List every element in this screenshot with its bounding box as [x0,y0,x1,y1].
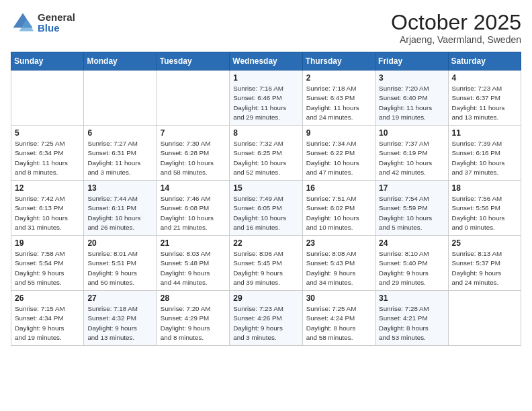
calendar-cell: 10Sunrise: 7:37 AM Sunset: 6:19 PM Dayli… [375,126,448,181]
calendar-week-row: 26Sunrise: 7:15 AM Sunset: 4:34 PM Dayli… [11,291,521,346]
day-info: Sunrise: 8:06 AM Sunset: 5:45 PM Dayligh… [233,249,298,287]
calendar-cell: 3Sunrise: 7:20 AM Sunset: 6:40 PM Daylig… [375,71,448,126]
day-info: Sunrise: 7:58 AM Sunset: 5:54 PM Dayligh… [15,249,80,287]
day-number: 22 [233,238,298,248]
calendar-cell: 25Sunrise: 8:13 AM Sunset: 5:37 PM Dayli… [448,236,521,291]
calendar-cell: 22Sunrise: 8:06 AM Sunset: 5:45 PM Dayli… [230,236,302,291]
calendar-cell: 20Sunrise: 8:01 AM Sunset: 5:51 PM Dayli… [84,236,157,291]
calendar-cell: 7Sunrise: 7:30 AM Sunset: 6:28 PM Daylig… [157,126,229,181]
calendar-week-row: 1Sunrise: 7:16 AM Sunset: 6:46 PM Daylig… [11,71,521,126]
weekday-header-friday: Friday [375,52,448,71]
day-number: 16 [306,183,371,193]
day-info: Sunrise: 8:13 AM Sunset: 5:37 PM Dayligh… [452,249,517,287]
calendar-cell: 29Sunrise: 7:23 AM Sunset: 4:26 PM Dayli… [230,291,302,346]
day-number: 14 [161,183,226,193]
calendar-cell [11,71,84,126]
day-number: 1 [233,73,298,83]
day-info: Sunrise: 8:03 AM Sunset: 5:48 PM Dayligh… [161,249,226,287]
day-number: 28 [161,293,226,303]
day-number: 17 [379,183,444,193]
calendar-cell: 5Sunrise: 7:25 AM Sunset: 6:34 PM Daylig… [11,126,84,181]
calendar-cell: 24Sunrise: 8:10 AM Sunset: 5:40 PM Dayli… [375,236,448,291]
weekday-header-monday: Monday [84,52,157,71]
calendar-cell: 31Sunrise: 7:28 AM Sunset: 4:21 PM Dayli… [375,291,448,346]
day-number: 7 [161,128,226,138]
calendar-cell: 6Sunrise: 7:27 AM Sunset: 6:31 PM Daylig… [84,126,157,181]
calendar-cell: 18Sunrise: 7:56 AM Sunset: 5:56 PM Dayli… [448,181,521,236]
logo: General Blue [11,11,75,35]
calendar-cell: 21Sunrise: 8:03 AM Sunset: 5:48 PM Dayli… [157,236,229,291]
calendar-cell: 28Sunrise: 7:20 AM Sunset: 4:29 PM Dayli… [157,291,229,346]
day-number: 21 [161,238,226,248]
calendar-cell: 13Sunrise: 7:44 AM Sunset: 6:11 PM Dayli… [84,181,157,236]
logo-text: General Blue [38,12,75,34]
day-number: 4 [452,73,517,83]
calendar-cell: 19Sunrise: 7:58 AM Sunset: 5:54 PM Dayli… [11,236,84,291]
calendar-cell: 1Sunrise: 7:16 AM Sunset: 6:46 PM Daylig… [230,71,302,126]
day-info: Sunrise: 7:39 AM Sunset: 6:16 PM Dayligh… [452,139,517,177]
day-number: 2 [306,73,371,83]
day-number: 31 [379,293,444,303]
calendar-week-row: 12Sunrise: 7:42 AM Sunset: 6:13 PM Dayli… [11,181,521,236]
day-number: 25 [452,238,517,248]
day-info: Sunrise: 7:49 AM Sunset: 6:05 PM Dayligh… [233,194,298,232]
calendar-cell: 27Sunrise: 7:18 AM Sunset: 4:32 PM Dayli… [84,291,157,346]
day-info: Sunrise: 7:32 AM Sunset: 6:25 PM Dayligh… [233,139,298,177]
day-info: Sunrise: 7:18 AM Sunset: 4:32 PM Dayligh… [87,304,152,342]
weekday-header-thursday: Thursday [302,52,375,71]
day-number: 8 [233,128,298,138]
day-info: Sunrise: 7:23 AM Sunset: 6:37 PM Dayligh… [452,84,517,122]
calendar-cell: 26Sunrise: 7:15 AM Sunset: 4:34 PM Dayli… [11,291,84,346]
day-number: 26 [15,293,80,303]
title-block: October 2025 Arjaeng, Vaermland, Sweden [391,11,521,45]
day-info: Sunrise: 8:10 AM Sunset: 5:40 PM Dayligh… [379,249,444,287]
day-info: Sunrise: 7:28 AM Sunset: 4:21 PM Dayligh… [379,304,444,342]
calendar-cell: 30Sunrise: 7:25 AM Sunset: 4:24 PM Dayli… [302,291,375,346]
calendar-cell: 23Sunrise: 8:08 AM Sunset: 5:43 PM Dayli… [302,236,375,291]
page-header: General Blue October 2025 Arjaeng, Vaerm… [11,11,521,45]
day-info: Sunrise: 7:34 AM Sunset: 6:22 PM Dayligh… [306,139,371,177]
day-number: 10 [379,128,444,138]
day-number: 12 [15,183,80,193]
day-info: Sunrise: 7:27 AM Sunset: 6:31 PM Dayligh… [87,139,152,177]
calendar-cell [448,291,521,346]
day-info: Sunrise: 8:01 AM Sunset: 5:51 PM Dayligh… [87,249,152,287]
day-info: Sunrise: 7:25 AM Sunset: 6:34 PM Dayligh… [15,139,80,177]
month-title: October 2025 [391,11,521,34]
weekday-header-row: SundayMondayTuesdayWednesdayThursdayFrid… [11,52,521,71]
calendar-cell: 16Sunrise: 7:51 AM Sunset: 6:02 PM Dayli… [302,181,375,236]
day-info: Sunrise: 7:46 AM Sunset: 6:08 PM Dayligh… [161,194,226,232]
calendar-cell: 8Sunrise: 7:32 AM Sunset: 6:25 PM Daylig… [230,126,302,181]
weekday-header-saturday: Saturday [448,52,521,71]
day-number: 20 [87,238,152,248]
day-info: Sunrise: 7:20 AM Sunset: 4:29 PM Dayligh… [161,304,226,342]
day-number: 18 [452,183,517,193]
day-number: 23 [306,238,371,248]
calendar-cell: 2Sunrise: 7:18 AM Sunset: 6:43 PM Daylig… [302,71,375,126]
day-number: 15 [233,183,298,193]
day-info: Sunrise: 7:30 AM Sunset: 6:28 PM Dayligh… [161,139,226,177]
day-info: Sunrise: 7:25 AM Sunset: 4:24 PM Dayligh… [306,304,371,342]
day-info: Sunrise: 7:20 AM Sunset: 6:40 PM Dayligh… [379,84,444,122]
calendar-cell [84,71,157,126]
day-info: Sunrise: 7:56 AM Sunset: 5:56 PM Dayligh… [452,194,517,232]
day-info: Sunrise: 7:51 AM Sunset: 6:02 PM Dayligh… [306,194,371,232]
day-number: 5 [15,128,80,138]
weekday-header-wednesday: Wednesday [230,52,302,71]
calendar-cell: 14Sunrise: 7:46 AM Sunset: 6:08 PM Dayli… [157,181,229,236]
calendar-cell: 11Sunrise: 7:39 AM Sunset: 6:16 PM Dayli… [448,126,521,181]
day-info: Sunrise: 7:16 AM Sunset: 6:46 PM Dayligh… [233,84,298,122]
calendar-week-row: 5Sunrise: 7:25 AM Sunset: 6:34 PM Daylig… [11,126,521,181]
weekday-header-tuesday: Tuesday [157,52,229,71]
day-number: 29 [233,293,298,303]
calendar-cell: 9Sunrise: 7:34 AM Sunset: 6:22 PM Daylig… [302,126,375,181]
weekday-header-sunday: Sunday [11,52,84,71]
day-number: 30 [306,293,371,303]
logo-icon [11,11,35,35]
day-number: 13 [87,183,152,193]
logo-blue-text: Blue [38,23,75,34]
day-number: 3 [379,73,444,83]
day-info: Sunrise: 7:44 AM Sunset: 6:11 PM Dayligh… [87,194,152,232]
calendar-cell: 12Sunrise: 7:42 AM Sunset: 6:13 PM Dayli… [11,181,84,236]
calendar-cell [157,71,229,126]
